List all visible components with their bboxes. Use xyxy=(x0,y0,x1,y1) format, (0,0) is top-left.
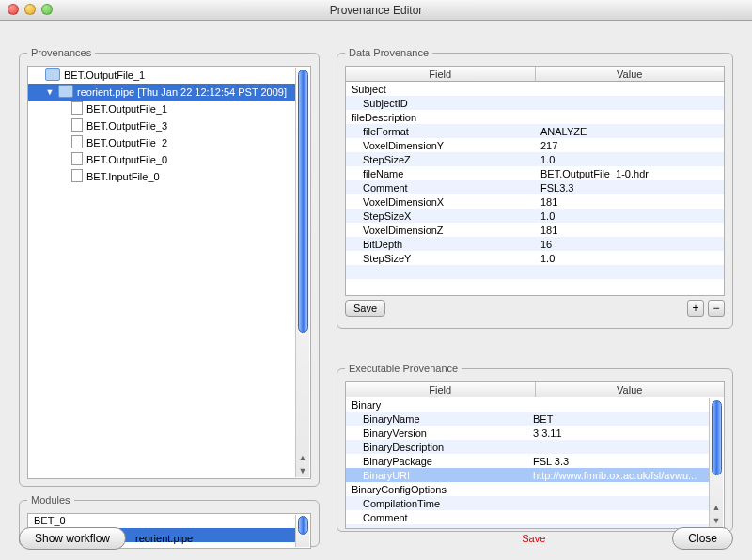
scroll-down-icon[interactable]: ▼ xyxy=(713,514,721,527)
table-row[interactable]: Subject xyxy=(346,82,724,96)
value-cell: http://www.fmrib.ox.ac.uk/fsl/avwu... xyxy=(527,470,709,481)
folder-icon xyxy=(45,68,60,83)
tree-row[interactable]: BET.InputFile_0 xyxy=(28,168,295,185)
data-provenance-panel: Data Provenance Field Value SubjectSubje… xyxy=(337,47,733,329)
value-cell: BET.OutputFile_1-0.hdr xyxy=(535,168,724,179)
show-workflow-button[interactable]: Show workflow xyxy=(19,527,126,550)
add-button[interactable]: + xyxy=(687,300,704,317)
table-row[interactable]: BinaryNameBET xyxy=(346,412,709,426)
table-row[interactable]: StepSizeX1.0 xyxy=(346,209,724,223)
tree-label: BET.InputFile_0 xyxy=(86,171,160,182)
scrollbar-thumb[interactable] xyxy=(712,400,722,475)
window-title: Provenance Editor xyxy=(330,4,423,17)
scroll-down-icon[interactable]: ▼ xyxy=(299,464,307,477)
field-cell: StepSizeZ xyxy=(346,154,535,165)
field-cell: BitDepth xyxy=(346,239,535,250)
value-cell: 181 xyxy=(535,196,724,208)
table-row[interactable]: Comment xyxy=(346,510,709,524)
table-row[interactable]: BinaryVersion3.3.11 xyxy=(346,426,709,440)
scroll-up-icon[interactable]: ▲ xyxy=(299,451,307,464)
field-cell: Subject xyxy=(346,84,535,95)
table-row[interactable]: VoxelDimensionZ181 xyxy=(346,223,724,237)
table-row[interactable]: BinaryConfigOptions xyxy=(346,482,709,496)
tree-label: reorient.pipe [Thu Jan 22 12:12:54 PST 2… xyxy=(77,86,287,98)
disclosure-icon[interactable]: ▼ xyxy=(45,87,55,97)
table-row[interactable]: StepSizeZ1.0 xyxy=(346,152,724,166)
value-cell: ANALYZE xyxy=(535,126,724,137)
field-header: Field xyxy=(346,67,536,81)
titlebar: Provenance Editor xyxy=(0,0,752,21)
field-cell: StepSizeX xyxy=(346,210,535,222)
save-unsaved-label[interactable]: Save xyxy=(522,533,545,544)
table-row xyxy=(346,279,724,293)
file-icon xyxy=(71,118,83,133)
field-cell: SubjectID xyxy=(346,98,535,109)
tree-row[interactable]: BET.OutputFile_3 xyxy=(28,117,295,134)
table-row[interactable]: Binary xyxy=(346,397,709,412)
value-cell: FSL3.3 xyxy=(535,182,724,194)
close-button[interactable]: Close xyxy=(672,527,733,550)
pipe-name-label: reorient.pipe xyxy=(135,533,193,544)
field-cell: fileFormat xyxy=(346,126,535,137)
field-cell: Comment xyxy=(346,182,535,194)
field-cell: BinaryConfigOptions xyxy=(346,484,527,495)
folder-icon xyxy=(58,85,73,100)
field-cell: fileDescription xyxy=(346,112,535,123)
table-row[interactable]: SubjectID xyxy=(346,96,724,110)
scrollbar[interactable]: ▲ ▼ xyxy=(709,398,723,527)
tree-label: BET.OutputFile_3 xyxy=(86,120,167,132)
provenances-legend: Provenances xyxy=(27,47,95,58)
executable-provenance-legend: Executable Provenance xyxy=(345,363,462,374)
value-cell: 16 xyxy=(535,239,724,250)
tree-row[interactable]: ▼ reorient.pipe [Thu Jan 22 12:12:54 PST… xyxy=(28,84,295,101)
scroll-up-icon[interactable]: ▲ xyxy=(713,501,721,514)
field-cell: VoxelDimensionX xyxy=(346,196,535,208)
data-provenance-legend: Data Provenance xyxy=(345,47,432,58)
table-row xyxy=(346,265,724,279)
field-cell: Comment xyxy=(346,512,527,523)
table-row[interactable]: StepSizeY1.0 xyxy=(346,251,724,265)
field-header: Field xyxy=(346,382,536,397)
save-button[interactable]: Save xyxy=(345,300,385,317)
value-cell: 3.3.11 xyxy=(527,428,709,439)
table-row[interactable]: fileFormatANALYZE xyxy=(346,124,724,138)
value-header: Value xyxy=(536,382,725,397)
executable-provenance-table[interactable]: BinaryBinaryNameBETBinaryVersion3.3.11Bi… xyxy=(345,397,725,529)
tree-row[interactable]: BET.OutputFile_1 xyxy=(28,101,295,117)
table-row[interactable]: BinaryURIhttp://www.fmrib.ox.ac.uk/fsl/a… xyxy=(346,468,709,482)
field-cell: VoxelDimensionY xyxy=(346,140,535,151)
zoom-window-icon[interactable] xyxy=(41,4,53,15)
table-row[interactable]: VoxelDimensionY217 xyxy=(346,138,724,152)
minimize-window-icon[interactable] xyxy=(24,4,36,15)
tree-row[interactable]: BET.OutputFile_1 xyxy=(28,67,295,84)
tree-row[interactable]: BET.OutputFile_2 xyxy=(28,134,295,151)
field-cell: BinaryPackage xyxy=(346,456,527,467)
table-row[interactable]: fileNameBET.OutputFile_1-0.hdr xyxy=(346,166,724,180)
scrollbar[interactable]: ▲ ▼ xyxy=(295,68,309,477)
field-cell: Binary xyxy=(346,399,527,411)
file-icon xyxy=(71,152,83,167)
file-icon xyxy=(71,101,83,117)
field-cell: CompilationTime xyxy=(346,498,527,509)
data-provenance-table[interactable]: SubjectSubjectIDfileDescriptionfileForma… xyxy=(345,82,725,296)
remove-button[interactable]: − xyxy=(708,300,725,317)
table-row[interactable]: VoxelDimensionX181 xyxy=(346,194,724,209)
table-row[interactable]: BinaryDescription xyxy=(346,440,709,454)
table-row[interactable]: BinaryPackageFSL 3.3 xyxy=(346,454,709,468)
scrollbar-thumb[interactable] xyxy=(298,70,308,333)
table-row[interactable]: CommentFSL3.3 xyxy=(346,180,724,194)
table-row[interactable]: CompilationTime xyxy=(346,496,709,510)
value-cell: FSL 3.3 xyxy=(527,456,709,467)
value-cell: 181 xyxy=(535,225,724,236)
table-row[interactable]: fileDescription xyxy=(346,110,724,124)
close-window-icon[interactable] xyxy=(8,4,19,15)
bottom-bar: Show workflow reorient.pipe Save Close xyxy=(19,526,733,551)
tree-row[interactable]: BET.OutputFile_0 xyxy=(28,151,295,168)
field-cell: BinaryName xyxy=(346,413,527,425)
table-row[interactable]: BitDepth16 xyxy=(346,237,724,251)
field-cell: BinaryDescription xyxy=(346,442,527,453)
provenances-tree[interactable]: BET.OutputFile_1 ▼ reorient.pipe [Thu Ja… xyxy=(27,66,311,479)
field-cell: VoxelDimensionZ xyxy=(346,225,535,236)
value-header: Value xyxy=(536,67,725,81)
file-icon xyxy=(71,169,83,184)
